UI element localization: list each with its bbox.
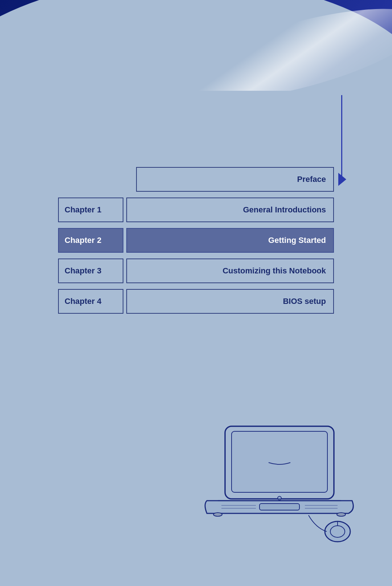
chapter-3-title[interactable]: Customizing this Notebook bbox=[126, 259, 334, 283]
laptop-illustration bbox=[196, 419, 370, 557]
laptop-svg bbox=[196, 419, 370, 557]
svg-rect-1 bbox=[232, 431, 327, 492]
chapter-4-row: Chapter 4 BIOS setup bbox=[58, 289, 334, 314]
svg-point-9 bbox=[337, 513, 346, 516]
chapter-2-title[interactable]: Getting Started bbox=[126, 228, 334, 253]
chapter-3-label[interactable]: Chapter 3 bbox=[58, 259, 123, 283]
chapter-4-label[interactable]: Chapter 4 bbox=[58, 289, 123, 314]
preface-label: Preface bbox=[297, 175, 326, 184]
preface-cell[interactable]: Preface bbox=[136, 167, 334, 192]
vertical-line bbox=[341, 95, 342, 180]
svg-point-8 bbox=[213, 513, 222, 516]
chapter-4-title[interactable]: BIOS setup bbox=[126, 289, 334, 314]
chapter-1-row: Chapter 1 General Introductions bbox=[58, 198, 334, 222]
chapter-2-label[interactable]: Chapter 2 bbox=[58, 228, 123, 253]
preface-row: Preface bbox=[58, 167, 334, 192]
chapter-2-row: Chapter 2 Getting Started bbox=[58, 228, 334, 253]
chapter-1-label[interactable]: Chapter 1 bbox=[58, 198, 123, 222]
svg-point-10 bbox=[278, 496, 281, 500]
arrow-indicator bbox=[338, 173, 346, 186]
chapter-3-row: Chapter 3 Customizing this Notebook bbox=[58, 259, 334, 283]
content-area: Preface Chapter 1 General Introductions … bbox=[58, 167, 334, 320]
chapter-1-title[interactable]: General Introductions bbox=[126, 198, 334, 222]
svg-rect-3 bbox=[260, 504, 299, 510]
